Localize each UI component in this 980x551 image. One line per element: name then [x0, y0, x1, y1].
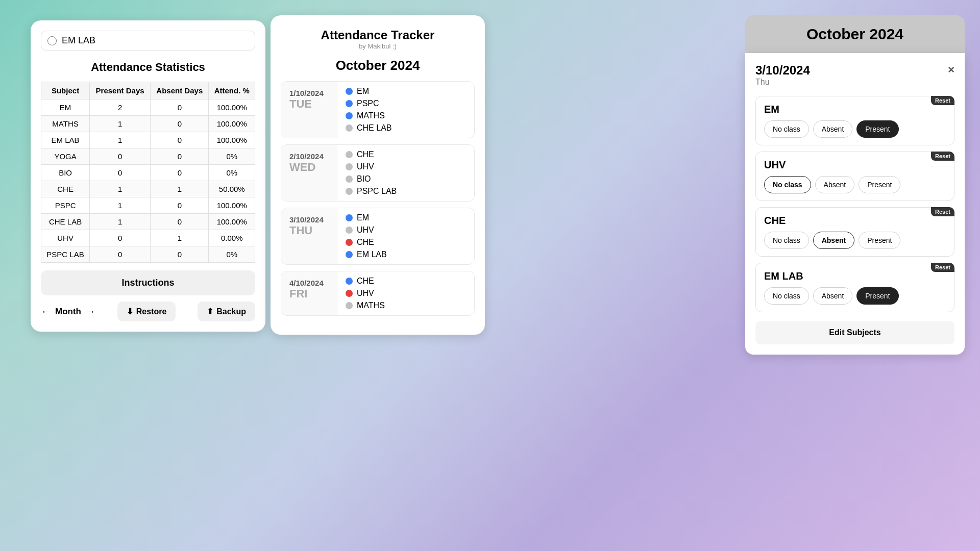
action-pill-present[interactable]: Present: [859, 232, 900, 249]
cell-absent: 0: [151, 214, 209, 230]
blue-dot: [346, 251, 353, 258]
subject-card-actions: No classAbsentPresent: [764, 120, 946, 138]
subject-row: UHV: [346, 289, 385, 298]
subject-row: UHV: [346, 162, 397, 171]
backup-label: Backup: [216, 307, 246, 316]
day-date: 2/10/2024: [289, 152, 329, 161]
tracker-title: Attendance Tracker: [281, 28, 475, 42]
tracker-subtitle: by Makibul :): [281, 42, 475, 50]
action-pill-absent[interactable]: Absent: [813, 232, 854, 249]
table-row: PSPC 1 0 100.00%: [41, 197, 255, 214]
gray-dot: [346, 176, 353, 183]
right-body: 3/10/2024 Thu × Reset EM No classAbsentP…: [745, 53, 965, 355]
day-card[interactable]: 2/10/2024 WED CHE UHV BIO PSPC LAB: [281, 144, 475, 202]
action-pill-absent[interactable]: Absent: [813, 120, 853, 138]
day-card[interactable]: 4/10/2024 FRI CHE UHV MATHS: [281, 271, 475, 316]
red-dot: [346, 239, 353, 246]
day-card[interactable]: 3/10/2024 THU EM UHV CHE EM LAB: [281, 208, 475, 265]
edit-subjects-button[interactable]: Edit Subjects: [755, 321, 954, 344]
subject-row: UHV: [346, 226, 387, 235]
subject-row: MATHS: [346, 301, 385, 310]
reset-tag[interactable]: Reset: [931, 96, 954, 105]
subject-card-name: EM: [764, 104, 946, 115]
cell-present: 0: [90, 148, 151, 165]
day-subjects: EM UHV CHE EM LAB: [337, 208, 395, 264]
instructions-button[interactable]: Instructions: [41, 270, 255, 295]
cell-present: 1: [90, 197, 151, 214]
cell-attend: 100.00%: [209, 214, 255, 230]
em-lab-radio[interactable]: [47, 36, 57, 45]
day-name: FRI: [289, 287, 329, 300]
cell-attend: 50.00%: [209, 181, 255, 197]
table-row: PSPC LAB 0 0 0%: [41, 246, 255, 263]
reset-tag[interactable]: Reset: [931, 263, 954, 272]
cell-subject: BIO: [41, 165, 90, 181]
cell-present: 1: [90, 132, 151, 148]
cell-attend: 0.00%: [209, 230, 255, 246]
date-day: Thu: [755, 78, 810, 87]
subject-name: EM LAB: [357, 250, 387, 259]
cell-attend: 0%: [209, 165, 255, 181]
close-button[interactable]: ×: [948, 63, 954, 77]
center-panel: Attendance Tracker by Makibul :) October…: [271, 15, 485, 335]
action-pill-no-class[interactable]: No class: [764, 232, 809, 249]
left-panel: EM LAB Attendance Statistics Subject Pre…: [31, 20, 265, 332]
cell-absent: 0: [151, 246, 209, 263]
blue-dot: [346, 214, 353, 221]
date-header: 3/10/2024 Thu ×: [755, 63, 954, 87]
center-month-header: October 2024: [281, 58, 475, 73]
cell-subject: CHE LAB: [41, 214, 90, 230]
stats-table: Subject Present Days Absent Days Attend.…: [41, 82, 255, 263]
subject-name: PSPC LAB: [357, 187, 397, 196]
subject-row: EM: [346, 213, 387, 222]
col-attend: Attend. %: [209, 82, 255, 99]
cell-absent: 0: [151, 116, 209, 132]
blue-dot: [346, 112, 353, 119]
day-name: TUE: [289, 97, 329, 111]
date-main: 3/10/2024: [755, 63, 810, 78]
subject-card: Reset CHE No classAbsentPresent: [755, 207, 954, 257]
day-subjects: EM PSPC MATHS CHE LAB: [337, 82, 400, 138]
prev-month-button[interactable]: ←: [41, 306, 51, 317]
gray-dot: [346, 151, 353, 158]
backup-button[interactable]: ⬆ Backup: [198, 302, 255, 321]
blue-dot: [346, 100, 353, 107]
action-pill-no-class[interactable]: No class: [764, 120, 809, 138]
subject-name: CHE: [357, 238, 374, 247]
cell-present: 0: [90, 165, 151, 181]
day-left: 3/10/2024 THU: [281, 208, 337, 264]
bottom-bar: ← Month → ⬇ Restore ⬆ Backup: [41, 302, 255, 321]
cell-absent: 0: [151, 148, 209, 165]
action-pill-present[interactable]: Present: [859, 176, 900, 193]
restore-button[interactable]: ⬇ Restore: [117, 302, 176, 321]
action-pill-present[interactable]: Present: [856, 287, 898, 305]
action-pill-absent[interactable]: Absent: [813, 287, 853, 305]
next-month-button[interactable]: →: [85, 306, 95, 317]
day-left: 2/10/2024 WED: [281, 145, 337, 201]
reset-tag[interactable]: Reset: [931, 207, 954, 216]
cell-attend: 100.00%: [209, 132, 255, 148]
cell-present: 1: [90, 214, 151, 230]
cell-absent: 0: [151, 99, 209, 116]
subject-row: PSPC LAB: [346, 187, 397, 196]
subject-row: EM LAB: [346, 250, 387, 259]
subject-cards-container: Reset EM No classAbsentPresent Reset UHV…: [755, 96, 954, 312]
day-date: 3/10/2024: [289, 215, 329, 224]
em-lab-label: EM LAB: [62, 35, 95, 46]
table-row: EM LAB 1 0 100.00%: [41, 132, 255, 148]
subject-row: CHE: [346, 238, 387, 247]
day-card[interactable]: 1/10/2024 TUE EM PSPC MATHS CHE LAB: [281, 81, 475, 138]
cell-present: 1: [90, 116, 151, 132]
action-pill-no-class[interactable]: No class: [764, 287, 809, 305]
cell-attend: 100.00%: [209, 99, 255, 116]
right-month-header: October 2024: [745, 15, 965, 53]
subject-name: MATHS: [357, 111, 385, 120]
subject-row: CHE: [346, 150, 397, 159]
action-pill-absent[interactable]: Absent: [815, 176, 855, 193]
action-pill-present[interactable]: Present: [856, 120, 898, 138]
cell-present: 2: [90, 99, 151, 116]
table-row: BIO 0 0 0%: [41, 165, 255, 181]
subject-name: UHV: [357, 226, 374, 235]
reset-tag[interactable]: Reset: [931, 152, 954, 161]
action-pill-no-class[interactable]: No class: [764, 176, 811, 193]
